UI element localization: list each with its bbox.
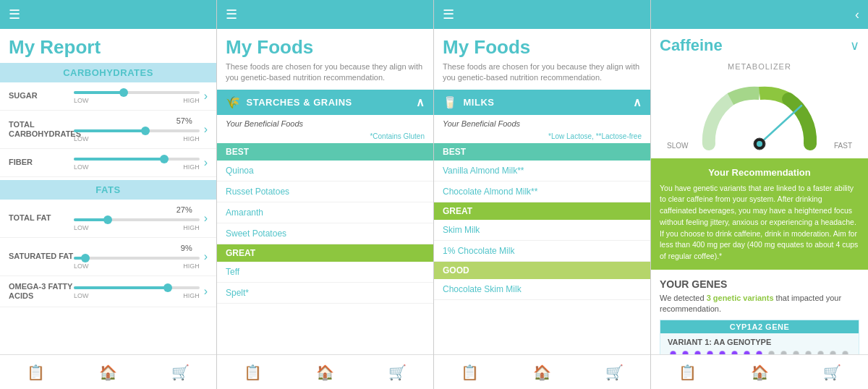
panel2-home-nav-icon[interactable]: 🏠 (316, 364, 334, 381)
fiber-fill (74, 158, 164, 161)
panel-my-foods-starches: ☰ My Foods These foods are chosen for yo… (217, 0, 434, 389)
panel-my-report: ☰ My Report CARBOHYDRATES SUGAR LOWHIGH … (0, 0, 217, 389)
total-fat-track (74, 218, 200, 221)
total-fat-labels: LOWHIGH (74, 224, 200, 231)
panel3-topbar: ☰ (434, 0, 650, 29)
person-icon-7: 👤 (741, 351, 752, 354)
milks-best-header: BEST (434, 143, 650, 161)
panel2-subtitle: These foods are chosen for you because t… (217, 61, 433, 90)
gene-people-row: 👤 👤 👤 👤 👤 👤 👤 👤 👤 👤 👤 👤 👤 👤 👤 👤 (668, 351, 851, 354)
saturated-fat-metric: SATURATED FAT 9% LOWHIGH › (0, 238, 216, 276)
total-carbs-track (74, 129, 200, 132)
great-rank-header: GREAT (217, 244, 433, 262)
saturated-fat-labels: LOWHIGH (74, 262, 200, 270)
svg-line-0 (760, 106, 801, 144)
panel1-home-nav-icon[interactable]: 🏠 (99, 364, 117, 381)
panel4-back-icon[interactable]: ‹ (855, 7, 859, 22)
food-item-sweet-potatoes[interactable]: Sweet Potatoes (217, 223, 433, 244)
food-item-skim-milk[interactable]: Skim Milk (434, 220, 650, 241)
milks-icon: 🥛 (443, 95, 458, 109)
gene-card: CYP1A2 GENE VARIANT 1: AA GENOTYPE 👤 👤 👤… (660, 320, 859, 354)
person-icon-12: 👤 (803, 351, 814, 354)
panel3-report-nav-icon[interactable]: 📋 (461, 364, 479, 381)
sugar-track (74, 91, 200, 94)
panel2-title: My Foods (217, 29, 433, 61)
panel3-low-lactose: *Low Lactose, **Lactose-free (434, 132, 650, 143)
food-item-1pct-choc[interactable]: 1% Chocolate Milk (434, 241, 650, 262)
person-icon-14: 👤 (827, 351, 838, 354)
panel3-food-list: Your Beneficial Foods *Low Lactose, **La… (434, 115, 650, 354)
food-item-choc-skim[interactable]: Chocolate Skim Milk (434, 279, 650, 300)
panel1-cart-nav-icon[interactable]: 🛒 (171, 364, 190, 381)
saturated-fat-percentage: 9% (181, 244, 192, 252)
omega3-slider: LOWHIGH (74, 283, 200, 299)
starches-category-name: STARCHES & GRAINS (247, 97, 352, 108)
panel1-bottom-nav: 📋 🏠 🛒 (0, 354, 216, 389)
saturated-fat-arrow[interactable]: › (204, 250, 208, 263)
recommendation-text: You have genetic variants that are linke… (660, 183, 859, 262)
food-item-russet[interactable]: Russet Potatoes (217, 181, 433, 202)
fiber-thumb (160, 155, 169, 163)
person-icon-10: 👤 (778, 351, 789, 354)
total-carbs-metric: TOTALCARBOHYDRATES 57% LOWHIGH › (0, 111, 216, 149)
panel3-menu-icon[interactable]: ☰ (443, 7, 454, 22)
total-carbs-fill (74, 129, 145, 132)
caffeine-chevron[interactable]: ∨ (850, 38, 859, 54)
panel3-cart-nav-icon[interactable]: 🛒 (605, 364, 624, 381)
food-item-quinoa[interactable]: Quinoa (217, 161, 433, 181)
person-icon-1: 👤 (668, 351, 678, 354)
panel4-home-nav-icon[interactable]: 🏠 (751, 364, 769, 381)
panel4-bottom-nav: 📋 🏠 🛒 (651, 354, 868, 389)
total-fat-arrow[interactable]: › (204, 212, 208, 225)
gene-variant: VARIANT 1: AA GENOTYPE (668, 338, 851, 346)
fiber-label: FIBER (9, 158, 74, 167)
fiber-arrow[interactable]: › (204, 156, 208, 169)
panel2-beneficial-label: Your Beneficial Foods (217, 115, 433, 132)
gauge-slow-label: SLOW (667, 142, 688, 150)
gene-card-header: CYP1A2 GENE (660, 320, 859, 333)
food-item-vanilla-almond[interactable]: Vanilla Almond Milk** (434, 161, 650, 181)
panel3-beneficial-label: Your Beneficial Foods (434, 115, 650, 132)
sugar-arrow[interactable]: › (204, 90, 208, 103)
gauge-fast-label: FAST (834, 142, 852, 150)
panel2-menu-icon[interactable]: ☰ (226, 7, 237, 22)
best-rank-header: BEST (217, 143, 433, 161)
saturated-fat-label: SATURATED FAT (9, 252, 74, 261)
gauge-container (694, 75, 825, 148)
recommendation-title: Your Recommendation (660, 166, 859, 180)
food-item-teff[interactable]: Teff (217, 262, 433, 283)
total-carbs-arrow[interactable]: › (204, 123, 208, 136)
person-icon-3: 👤 (692, 351, 703, 354)
metabolizer-section: METABOLIZER (651, 59, 868, 155)
panel4-report-nav-icon[interactable]: 📋 (678, 364, 697, 381)
milks-good-header: GOOD (434, 262, 650, 279)
sugar-slider: LOWHIGH (74, 88, 200, 104)
person-icon-5: 👤 (717, 351, 728, 354)
panel2-category-header: 🌾 STARCHES & GRAINS ∧ (217, 90, 433, 115)
total-fat-label: TOTAL FAT (9, 213, 74, 223)
starches-chevron[interactable]: ∧ (416, 95, 425, 109)
sugar-metric: SUGAR LOWHIGH › (0, 82, 216, 111)
food-item-amaranth[interactable]: Amaranth (217, 202, 433, 223)
saturated-fat-track (74, 257, 200, 260)
panel3-home-nav-icon[interactable]: 🏠 (533, 364, 551, 381)
food-item-spelt[interactable]: Spelt* (217, 283, 433, 304)
panel2-bottom-nav: 📋 🏠 🛒 (217, 354, 433, 389)
caffeine-title: Caffeine (660, 36, 723, 55)
panel1-menu-icon[interactable]: ☰ (9, 7, 20, 22)
person-icon-6: 👤 (729, 351, 740, 354)
panel2-report-nav-icon[interactable]: 📋 (244, 364, 262, 381)
fiber-track (74, 158, 200, 161)
food-item-choc-almond[interactable]: Chocolate Almond Milk** (434, 181, 650, 202)
milks-chevron[interactable]: ∧ (633, 95, 642, 109)
omega3-metric: OMEGA-3 FATTYACIDS LOWHIGH › (0, 276, 216, 307)
panel1-report-nav-icon[interactable]: 📋 (27, 364, 45, 381)
panel2-cart-nav-icon[interactable]: 🛒 (388, 364, 407, 381)
panel4-cart-nav-icon[interactable]: 🛒 (823, 364, 841, 381)
omega3-arrow[interactable]: › (204, 285, 208, 298)
total-carbs-label: TOTALCARBOHYDRATES (9, 120, 74, 139)
sugar-labels: LOWHIGH (74, 97, 200, 104)
recommendation-box: Your Recommendation You have genetic var… (651, 158, 868, 270)
total-carbs-labels: LOWHIGH (74, 135, 200, 142)
report-title: My Report (0, 29, 216, 63)
